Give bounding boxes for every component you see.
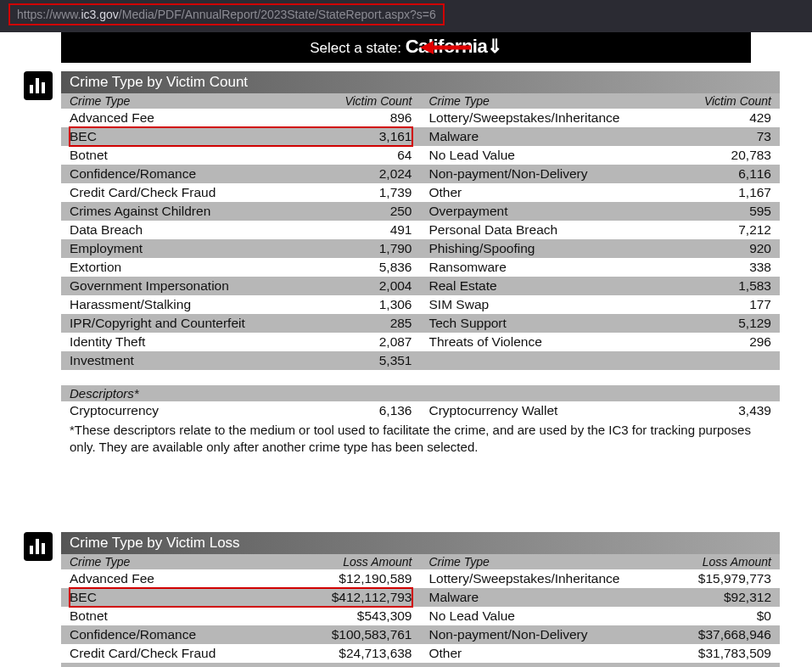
highlight-annotation: BEC3,161 [70, 127, 412, 146]
value-cell: $24,713,638 [319, 644, 412, 663]
value-cell: $543,309 [319, 607, 412, 625]
value-cell: 5,836 [319, 258, 412, 277]
value-cell: 285 [319, 314, 412, 333]
value-cell: 1,790 [319, 239, 412, 258]
value-cell: 3,439 [678, 401, 771, 420]
chart-icon [24, 71, 53, 100]
url-host: ic3.gov [81, 8, 118, 21]
col-header-val-left: Victim Count [319, 94, 412, 108]
table-row: Advanced Fee896Lottery/Sweepstakes/Inher… [61, 109, 780, 127]
crime-type-cell: Confidence/Romance [70, 165, 319, 183]
table-row: Botnet64No Lead Value20,783 [61, 146, 780, 165]
state-selector-bar: Select a state: California⇓ [61, 32, 751, 63]
crime-type-cell: IPR/Copyright and Counterfeit [70, 314, 319, 333]
col-header-type-right: Crime Type [429, 94, 679, 108]
crime-type-cell: Ransomware [429, 258, 679, 277]
value-cell: 5,129 [678, 314, 771, 333]
crime-type-cell: Lottery/Sweepstakes/Inheritance [429, 569, 679, 588]
section-title: Crime Type by Victim Count [61, 71, 780, 93]
value-cell: $41,773 [319, 663, 412, 667]
crime-type-cell: BEC [70, 127, 319, 146]
value-cell: 1,167 [678, 183, 771, 202]
col-header-type-left: Crime Type [70, 94, 319, 108]
crime-type-cell: Cryptocurrency Wallet [429, 401, 679, 420]
column-headers: Crime Type Victim Count Crime Type Victi… [61, 93, 780, 109]
browser-url-bar: https://www.ic3.gov/Media/PDF/AnnualRepo… [0, 0, 812, 32]
crime-type-cell: BEC [70, 588, 319, 607]
value-cell: $31,783,509 [678, 644, 771, 663]
table-row: Extortion5,836Ransomware338 [61, 258, 780, 277]
descriptors-footnote: *These descriptors relate to the medium … [61, 420, 780, 456]
value-cell: 896 [319, 109, 412, 127]
crime-type-cell: Botnet [70, 146, 319, 165]
value-cell: 2,087 [319, 333, 412, 351]
table-row: Identity Theft2,087Threats of Violence29… [61, 333, 780, 351]
table-row: BEC3,161Malware73 [61, 127, 780, 146]
value-cell: 296 [678, 333, 771, 351]
value-cell: 2,024 [319, 165, 412, 183]
table-row: Employment1,790Phishing/Spoofing920 [61, 239, 780, 258]
col-header-type-left: Crime Type [70, 555, 319, 569]
crime-type-cell: Government Impersonation [70, 277, 319, 295]
value-cell: 429 [678, 109, 771, 127]
crime-type-cell: Threats of Violence [429, 333, 679, 351]
value-cell: 3,161 [319, 127, 412, 146]
section-title: Crime Type by Victim Loss [61, 532, 780, 554]
table-row: Credit Card/Check Fraud$24,713,638Other$… [61, 644, 780, 663]
state-selector-label: Select a state: [310, 40, 405, 56]
value-cell: $100,583,761 [319, 625, 412, 644]
crime-type-cell: No Lead Value [429, 607, 679, 625]
table-row: Advanced Fee$12,190,589Lottery/Sweepstak… [61, 569, 780, 588]
value-cell: $412,112,793 [319, 588, 412, 607]
crime-type-cell: Real Estate [429, 277, 679, 295]
table-row: Confidence/Romance$100,583,761Non-paymen… [61, 625, 780, 644]
crime-type-cell: Advanced Fee [70, 569, 319, 588]
value-cell: $0 [678, 607, 771, 625]
value-cell: 64 [319, 146, 412, 165]
crime-type-cell: Identity Theft [70, 333, 319, 351]
crime-type-cell: SIM Swap [429, 295, 679, 314]
crime-type-cell: Other [429, 183, 679, 202]
value-cell: 338 [678, 258, 771, 277]
value-cell: 595 [678, 202, 771, 221]
col-header-val-right: Loss Amount [678, 555, 771, 569]
section-victim-loss: Crime Type by Victim Loss Crime Type Los… [61, 532, 780, 667]
crime-type-cell: Malware [429, 127, 679, 146]
url-prefix: https://www. [17, 8, 81, 21]
svg-rect-6 [36, 539, 39, 554]
value-cell: $12,190,589 [319, 569, 412, 588]
crime-type-cell: Malware [429, 588, 679, 607]
value-cell: 1,583 [678, 277, 771, 295]
crime-type-cell: Non-payment/Non-Delivery [429, 625, 679, 644]
descriptors-body: Cryptocurrency6,136Cryptocurrency Wallet… [61, 401, 780, 420]
crime-type-cell: Extortion [70, 258, 319, 277]
crime-type-cell: Harassment/Stalking [70, 295, 319, 314]
value-cell: 73 [678, 127, 771, 146]
table-row: Government Impersonation2,004Real Estate… [61, 277, 780, 295]
table-row: Credit Card/Check Fraud1,739Other1,167 [61, 183, 780, 202]
value-cell: $92,312 [678, 588, 771, 607]
crime-type-cell: Other [429, 644, 679, 663]
value-cell [678, 351, 771, 370]
crime-type-cell: Personal Data Breach [429, 221, 679, 239]
value-cell: 5,351 [319, 351, 412, 370]
value-cell: 250 [319, 202, 412, 221]
value-cell: 7,212 [678, 221, 771, 239]
crime-type-cell: Non-payment/Non-Delivery [429, 165, 679, 183]
table-row: Confidence/Romance2,024Non-payment/Non-D… [61, 165, 780, 183]
crime-type-cell: Investment [70, 351, 319, 370]
crime-type-cell: Cryptocurrency [70, 401, 319, 420]
crime-type-cell: Tech Support [429, 314, 679, 333]
crime-type-cell: Credit Card/Check Fraud [70, 183, 319, 202]
col-header-val-right: Victim Count [678, 94, 771, 108]
column-headers: Crime Type Loss Amount Crime Type Loss A… [61, 554, 780, 569]
section-victim-count: Crime Type by Victim Count Crime Type Vi… [61, 71, 780, 456]
svg-rect-4 [42, 82, 45, 93]
value-cell: $37,668,946 [678, 625, 771, 644]
chevron-down-icon: ⇓ [487, 36, 502, 57]
table-row: Crimes Against Children$41,773Overpaymen… [61, 663, 780, 667]
victim-loss-body: Advanced Fee$12,190,589Lottery/Sweepstak… [61, 569, 780, 667]
crime-type-cell: Phishing/Spoofing [429, 239, 679, 258]
crime-type-cell: Advanced Fee [70, 109, 319, 127]
value-cell: 6,116 [678, 165, 771, 183]
